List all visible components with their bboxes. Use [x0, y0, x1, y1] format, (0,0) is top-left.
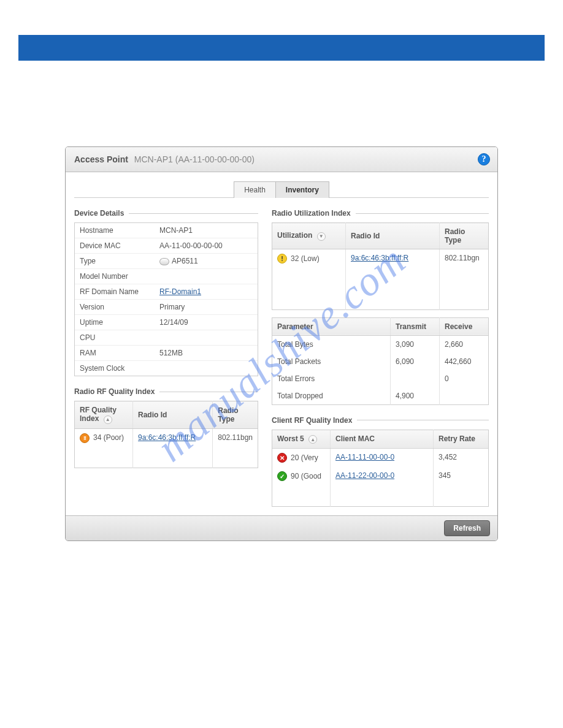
sort-desc-icon[interactable]: ▼: [317, 232, 326, 241]
parameter-table: Parameter Transmit Receive Total Bytes3,…: [272, 317, 489, 405]
table-row[interactable]: 90 (Good AA-11-22-00-00-0 345: [272, 467, 489, 485]
status-poor-icon: [80, 433, 90, 443]
value-rfdomain[interactable]: RF-Domain1: [155, 284, 258, 299]
status-low-icon: [277, 254, 287, 264]
section-radio-rf-quality: Radio RF Quality Index: [74, 387, 258, 396]
label-clock: System Clock: [75, 360, 155, 376]
col-transmit[interactable]: Transmit: [391, 317, 440, 335]
value-hostname: MCN-AP1: [155, 223, 258, 238]
col-receive[interactable]: Receive: [440, 317, 489, 335]
status-good-icon: [277, 471, 287, 481]
radio-util-table: Utilization ▼ Radio Id Radio Type 32 (Lo…: [272, 222, 489, 310]
client-rf-quality-table: Worst 5 ▲ Client MAC Retry Rate 20 (Very…: [272, 430, 489, 507]
top-banner: [18, 35, 545, 61]
refresh-button[interactable]: Refresh: [444, 520, 490, 536]
value-ram: 512MB: [155, 345, 258, 360]
section-client-rf-quality: Client RF Quality Index: [272, 416, 489, 425]
panel-footer: Refresh: [66, 515, 497, 540]
value-mac: AA-11-00-00-00-00: [155, 238, 258, 253]
section-title-text: Radio Utilization Index: [272, 209, 351, 218]
col-radio-type[interactable]: Radio Type: [213, 401, 258, 429]
panel-header: Access Point MCN-AP1 (AA-11-00-00-00-00)…: [66, 147, 497, 172]
tab-bar: Health Inventory: [74, 181, 489, 198]
radio-id-link[interactable]: 9a:6c:46:3b:ff:ff:R: [346, 249, 440, 268]
col-client-mac[interactable]: Client MAC: [331, 430, 434, 449]
sort-asc-icon[interactable]: ▲: [308, 435, 317, 444]
table-row[interactable]: 34 (Poor) 9a:6c:46:3b:ff:ff:R 802.11bgn: [75, 428, 258, 447]
section-title-text: Radio RF Quality Index: [74, 387, 155, 396]
panel-title: Access Point: [74, 154, 128, 164]
ap-icon: [159, 258, 169, 265]
label-hostname: Hostname: [75, 223, 155, 238]
section-radio-utilization: Radio Utilization Index: [272, 209, 489, 218]
col-utilization[interactable]: Utilization ▼: [272, 223, 346, 249]
device-details-table: HostnameMCN-AP1 Device MACAA-11-00-00-00…: [74, 222, 258, 376]
label-type: Type: [75, 253, 155, 268]
status-bad-icon: [277, 453, 287, 463]
label-uptime: Uptime: [75, 314, 155, 330]
table-row[interactable]: 20 (Very AA-11-11-00-00-0 3,452: [272, 449, 489, 468]
help-icon[interactable]: ?: [478, 153, 490, 165]
panel-subtitle: MCN-AP1 (AA-11-00-00-00-00): [134, 154, 255, 164]
section-title-text: Device Details: [74, 209, 124, 218]
col-rf-index[interactable]: RF Quality Index ▲: [75, 401, 133, 429]
client-mac-link[interactable]: AA-11-11-00-00-0: [331, 449, 434, 468]
value-cpu: [155, 330, 258, 345]
section-device-details: Device Details: [74, 209, 258, 218]
label-mac: Device MAC: [75, 238, 155, 253]
table-row: Total Packets6,090442,660: [272, 353, 489, 370]
value-uptime: 12/14/09: [155, 314, 258, 330]
tab-health[interactable]: Health: [234, 181, 276, 198]
value-version: Primary: [155, 299, 258, 314]
label-model: Model Number: [75, 268, 155, 284]
tab-inventory[interactable]: Inventory: [276, 181, 329, 198]
col-parameter[interactable]: Parameter: [272, 317, 391, 335]
access-point-panel: Access Point MCN-AP1 (AA-11-00-00-00-00)…: [65, 146, 498, 541]
label-ram: RAM: [75, 345, 155, 360]
col-radio-id[interactable]: Radio Id: [346, 223, 440, 249]
value-type: AP6511: [155, 253, 258, 268]
client-mac-link[interactable]: AA-11-22-00-00-0: [331, 467, 434, 485]
col-retry-rate[interactable]: Retry Rate: [434, 430, 489, 449]
label-version: Version: [75, 299, 155, 314]
table-row[interactable]: 32 (Low) 9a:6c:46:3b:ff:ff:R 802.11bgn: [272, 249, 489, 268]
table-row: Total Dropped4,900: [272, 387, 489, 405]
rf-quality-table: RF Quality Index ▲ Radio Id Radio Type 3…: [74, 401, 258, 468]
col-radio-type[interactable]: Radio Type: [440, 223, 489, 249]
sort-asc-icon[interactable]: ▲: [104, 415, 112, 424]
radio-id-link[interactable]: 9a:6c:46:3b:ff:ff:R: [133, 428, 213, 447]
label-rfdomain: RF Domain Name: [75, 284, 155, 299]
section-title-text: Client RF Quality Index: [272, 416, 352, 425]
table-row: Total Errors0: [272, 370, 489, 387]
col-radio-id[interactable]: Radio Id: [133, 401, 213, 429]
table-row: Total Bytes3,0902,660: [272, 335, 489, 353]
value-clock: [155, 360, 258, 376]
label-cpu: CPU: [75, 330, 155, 345]
value-model: [155, 268, 258, 284]
col-worst5[interactable]: Worst 5 ▲: [272, 430, 331, 449]
